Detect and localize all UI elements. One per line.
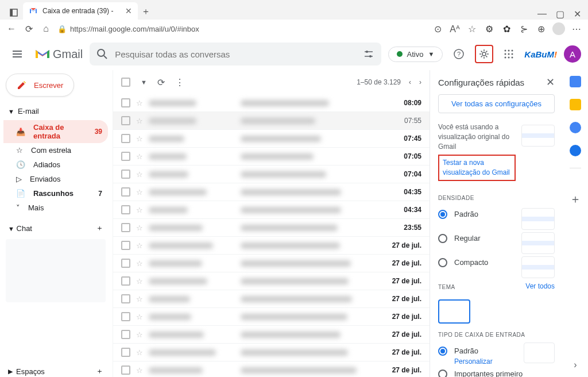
- keep-addon-icon[interactable]: [570, 99, 581, 110]
- browser-profile-icon[interactable]: [552, 22, 565, 35]
- star-icon[interactable]: ☆: [136, 188, 143, 197]
- email-row[interactable]: ☆ 27 de jul.: [113, 308, 430, 326]
- email-checkbox[interactable]: [121, 116, 130, 125]
- email-checkbox[interactable]: [121, 276, 130, 286]
- sidebar-item-com-estrela[interactable]: ☆Com estrela: [3, 143, 108, 157]
- try-new-view-link[interactable]: Testar a nova visualização do Gmail: [443, 158, 511, 178]
- sidebar-email-section[interactable]: ▼E-mail: [3, 105, 108, 118]
- email-row[interactable]: ☆ 07:45: [113, 130, 430, 148]
- next-page-icon[interactable]: ›: [419, 78, 421, 86]
- email-checkbox[interactable]: [121, 348, 130, 357]
- email-row[interactable]: ☆ 27 de jul.: [113, 361, 430, 377]
- email-checkbox[interactable]: [121, 330, 130, 339]
- maximize-icon[interactable]: ▢: [556, 9, 564, 20]
- view-all-settings-button[interactable]: Ver todas as configurações: [438, 94, 555, 113]
- tab-close-icon[interactable]: ✕: [125, 6, 132, 16]
- close-window-icon[interactable]: ✕: [574, 9, 581, 20]
- tasks-addon-icon[interactable]: [570, 122, 581, 133]
- theme-view-all-link[interactable]: Ver todos: [525, 282, 555, 290]
- email-row[interactable]: ☆ 27 de jul.: [113, 290, 430, 308]
- star-icon[interactable]: ☆: [136, 134, 143, 143]
- theme-thumbnail[interactable]: [438, 299, 470, 324]
- email-row[interactable]: ☆ 27 de jul.: [113, 255, 430, 272]
- inbox-type-important-radio[interactable]: Importantes primeiro: [438, 366, 555, 377]
- new-chat-icon[interactable]: ＋: [96, 223, 103, 233]
- refresh-icon[interactable]: ⟳: [23, 23, 34, 34]
- email-checkbox[interactable]: [121, 205, 130, 214]
- star-icon[interactable]: ☆: [136, 313, 143, 321]
- main-menu-icon[interactable]: [7, 44, 28, 64]
- inbox-customize-link[interactable]: Personalizar: [438, 357, 518, 366]
- hide-panel-icon[interactable]: ›: [574, 360, 577, 370]
- star-icon[interactable]: ☆: [136, 206, 143, 214]
- favorite-icon[interactable]: ☆: [466, 23, 478, 34]
- sidebar-item-caixa-de-entrada[interactable]: 📥Caixa de entrada39: [3, 120, 108, 143]
- email-row[interactable]: ☆ 27 de jul.: [113, 272, 430, 290]
- star-icon[interactable]: ☆: [136, 295, 143, 303]
- collections-icon[interactable]: ⊕: [535, 23, 547, 34]
- email-row[interactable]: ☆ 23:55: [113, 219, 430, 237]
- browser-menu-icon[interactable]: ⋯: [571, 23, 582, 34]
- star-icon[interactable]: ☆: [136, 348, 143, 357]
- email-checkbox[interactable]: [121, 366, 130, 375]
- contacts-addon-icon[interactable]: [570, 145, 581, 156]
- density-compacto-radio[interactable]: Compacto: [438, 254, 516, 271]
- extension-gear-icon[interactable]: ⚙: [483, 23, 495, 34]
- sidebar-item-adiados[interactable]: 🕓Adiados: [3, 157, 108, 172]
- density-regular-radio[interactable]: Regular: [438, 230, 516, 247]
- sidebar-item-rascunhos[interactable]: 📄Rascunhos7: [3, 186, 108, 201]
- email-checkbox[interactable]: [121, 223, 130, 232]
- star-icon[interactable]: ☆: [136, 241, 143, 250]
- star-icon[interactable]: ☆: [136, 152, 143, 161]
- calendar-addon-icon[interactable]: [570, 76, 581, 87]
- search-input[interactable]: [115, 49, 355, 59]
- email-row[interactable]: ☆ 04:35: [113, 183, 430, 201]
- email-row[interactable]: ☆ 04:34: [113, 201, 430, 219]
- text-size-icon[interactable]: Aᴬ: [449, 23, 461, 34]
- email-checkbox[interactable]: [121, 241, 130, 250]
- sidebar-spaces-section[interactable]: ▶Espaços＋: [3, 363, 108, 377]
- more-actions-icon[interactable]: ⋮: [175, 77, 184, 88]
- sidebar-item-mais[interactable]: ˅Mais: [3, 201, 108, 215]
- email-row[interactable]: ☆ 07:55: [113, 112, 430, 130]
- compose-button[interactable]: Escrever: [6, 74, 74, 97]
- extension-puzzle-icon[interactable]: ✿: [501, 23, 512, 34]
- settings-close-icon[interactable]: ✕: [546, 76, 555, 89]
- star-icon[interactable]: ☆: [136, 224, 143, 232]
- star-icon[interactable]: ☆: [136, 170, 143, 179]
- reader-icon[interactable]: ⊙: [432, 23, 443, 34]
- new-tab-button[interactable]: ＋: [138, 3, 154, 20]
- email-row[interactable]: ☆ 08:09: [113, 94, 430, 112]
- try-new-view-highlighted[interactable]: Testar a nova visualização do Gmail: [438, 155, 516, 181]
- email-checkbox[interactable]: [121, 187, 130, 197]
- status-chip[interactable]: Ativo ▼: [388, 47, 443, 62]
- star-icon[interactable]: ☆: [136, 117, 143, 125]
- star-icon[interactable]: ☆: [136, 99, 143, 107]
- new-space-icon[interactable]: ＋: [96, 366, 103, 376]
- browser-tab[interactable]: Caixa de entrada (39) - ✕: [23, 2, 138, 20]
- gmail-logo[interactable]: Gmail: [34, 48, 83, 61]
- prev-page-icon[interactable]: ‹: [409, 78, 411, 86]
- minimize-icon[interactable]: —: [537, 9, 547, 20]
- back-icon[interactable]: ←: [6, 23, 17, 34]
- email-checkbox[interactable]: [121, 170, 130, 179]
- email-row[interactable]: ☆ 27 de jul.: [113, 326, 430, 344]
- google-apps-icon[interactable]: [500, 45, 517, 63]
- sponsor-logo[interactable]: KaBuM!: [524, 49, 557, 59]
- email-row[interactable]: ☆ 27 de jul.: [113, 344, 430, 361]
- density-padrão-radio[interactable]: Padrão: [438, 206, 516, 223]
- support-icon[interactable]: ?: [450, 45, 468, 63]
- favorites-bar-icon[interactable]: ⊱: [518, 23, 529, 34]
- email-checkbox[interactable]: [121, 98, 130, 107]
- home-icon[interactable]: ⌂: [40, 23, 52, 34]
- settings-gear-highlighted[interactable]: [475, 45, 493, 63]
- select-all-checkbox[interactable]: [121, 78, 130, 87]
- star-icon[interactable]: ☆: [136, 330, 143, 339]
- email-checkbox[interactable]: [121, 312, 130, 321]
- search-box[interactable]: [90, 43, 381, 66]
- select-dropdown-icon[interactable]: ▼: [141, 79, 147, 86]
- email-row[interactable]: ☆ 07:04: [113, 166, 430, 183]
- email-row[interactable]: ☆ 27 de jul.: [113, 237, 430, 255]
- email-row[interactable]: ☆ 07:05: [113, 148, 430, 166]
- star-icon[interactable]: ☆: [136, 259, 143, 268]
